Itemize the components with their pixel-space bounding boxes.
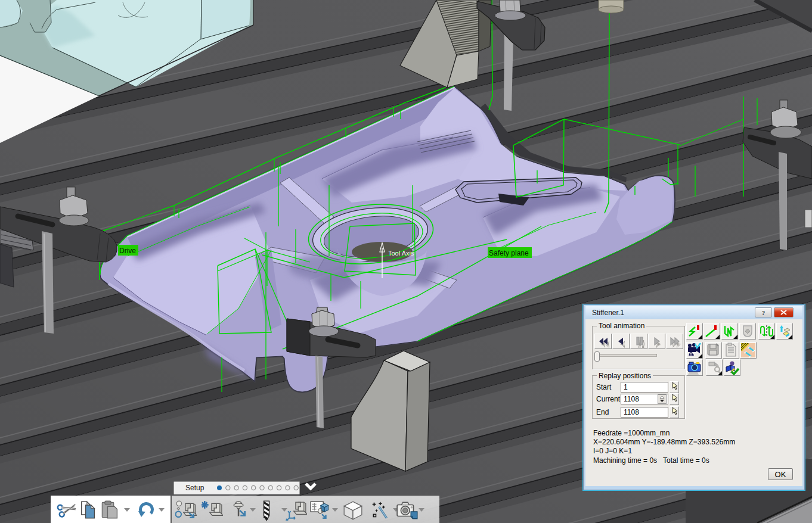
svg-text:Safety plane: Safety plane — [489, 249, 529, 257]
svg-text:Tool Axis: Tool Axis — [388, 250, 414, 257]
